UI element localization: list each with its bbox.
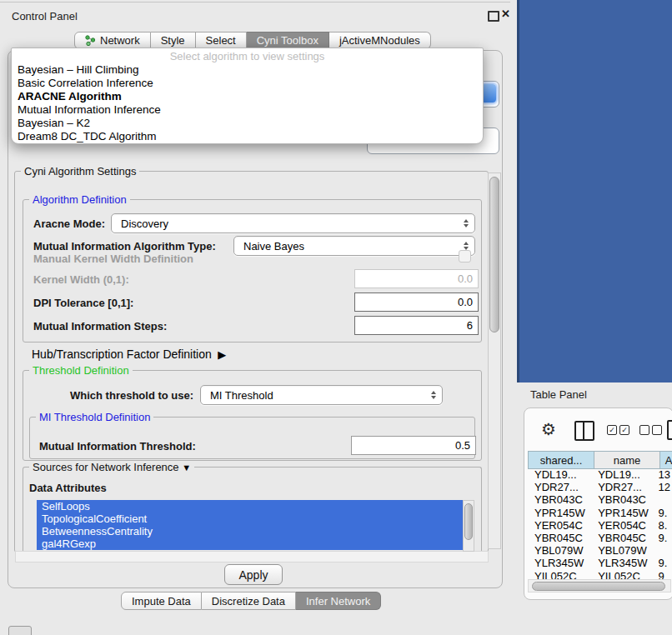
bottom-tab-bar: Impute DataDiscretize DataInfer Network — [121, 592, 381, 610]
table-cell: 12 — [654, 481, 671, 493]
tab-cyni-toolbox[interactable]: Cyni Toolbox — [247, 32, 329, 49]
aracne-mode-value: Discovery — [121, 218, 168, 230]
tab-jactivemnodules[interactable]: jActiveMNodules — [329, 32, 431, 49]
sources-group-title[interactable]: Sources for Network Inference ▼ — [29, 461, 194, 473]
screen: Control Panel ✕ NetworkStyleSelectCyni T… — [0, 0, 672, 635]
tab-style[interactable]: Style — [151, 32, 196, 49]
deselect-all-checks-icon[interactable] — [639, 425, 662, 435]
mi-threshold-group-title: MI Threshold Definition — [36, 411, 153, 423]
table-cell: YDR27... — [528, 481, 591, 493]
dropdown-item[interactable]: ARACNE Algorithm — [12, 89, 483, 102]
table-hscrollbar-thumb[interactable] — [532, 582, 665, 591]
panel-title: Control Panel — [12, 10, 78, 22]
data-attributes-list: SelfLoopsTopologicalCoefficientBetweenne… — [37, 500, 463, 550]
dropdown-item[interactable]: Mutual Information Inference — [12, 102, 483, 116]
table-row[interactable]: YDL19...YDL19...13 — [528, 468, 671, 481]
table-panel: ⚙ ✓✓ shared...nameA YDL19...YDL19...13YD… — [524, 408, 672, 600]
bottom-tab-infer-network[interactable]: Infer Network — [296, 592, 381, 610]
sources-title-text: Sources for Network Inference — [33, 461, 179, 473]
tab-label: Style — [161, 34, 185, 47]
column-header-shared...[interactable]: shared... — [528, 451, 594, 469]
table-cell — [654, 493, 671, 506]
list-scrollbar-track[interactable] — [463, 500, 474, 552]
kernel-width-label: Kernel Width (0,1): — [33, 273, 129, 286]
dpi-tolerance-field[interactable]: 0.0 — [354, 292, 479, 312]
close-icon[interactable]: ✕ — [501, 8, 510, 20]
table-hscrollbar-track[interactable] — [528, 579, 671, 592]
table-row[interactable]: YER054CYER054C8. — [528, 519, 671, 532]
bottom-tab-discretize-data[interactable]: Discretize Data — [202, 592, 296, 610]
bottom-tab-impute-data[interactable]: Impute Data — [121, 592, 202, 610]
mi-steps-field[interactable]: 6 — [354, 316, 479, 335]
network-desktop: GALGAL80GAL10GAL1GAL11GAL4SWI4GCY1HAP4YH… — [517, 0, 672, 382]
stepper-icon — [464, 242, 469, 250]
table-row[interactable]: YPR145WYPR145W9. — [528, 507, 671, 519]
table-cell: YBR043C — [528, 493, 591, 506]
which-threshold-combo[interactable]: MI Threshold — [200, 385, 443, 405]
gear-icon[interactable]: ⚙ — [541, 421, 556, 438]
settings-scrollbar-track[interactable] — [488, 172, 501, 549]
hub-definition-toggle[interactable]: Hub/Transcription Factor Definition ▶ — [32, 348, 226, 361]
chevron-right-icon: ▶ — [215, 348, 227, 361]
table-cell: YER054C — [528, 519, 591, 532]
hub-definition-label: Hub/Transcription Factor Definition — [32, 348, 212, 361]
table-header-row: shared...nameA — [528, 451, 672, 469]
table-cell: YLR345W — [528, 557, 591, 569]
table-cell: YDL19... — [591, 468, 654, 481]
settings-hscrollbar-track[interactable] — [15, 551, 489, 562]
new-table-icon[interactable] — [667, 420, 672, 440]
table-cell: YPR145W — [591, 507, 654, 519]
float-window-icon[interactable] — [488, 11, 499, 22]
list-scrollbar-thumb[interactable] — [464, 503, 473, 540]
algorithm-dropdown: Select algorithm to view settings Bayesi… — [11, 48, 484, 144]
attribute-list-item[interactable]: TopologicalCoefficient — [37, 512, 463, 525]
table-row[interactable]: YBR045CYBR045C9. — [528, 532, 671, 544]
chevron-down-icon: ▼ — [182, 462, 191, 472]
table-cell: YLR345W — [591, 557, 654, 569]
dropdown-placeholder: Select algorithm to view settings — [12, 50, 483, 62]
manual-kernel-label: Manual Kernel Width Definition — [33, 252, 193, 265]
which-threshold-label: Which threshold to use: — [70, 389, 193, 402]
mi-threshold-field[interactable]: 0.5 — [351, 436, 476, 455]
apply-button[interactable]: Apply — [224, 564, 283, 585]
manual-kernel-checkbox[interactable] — [459, 250, 471, 262]
which-threshold-value: MI Threshold — [210, 389, 273, 402]
column-header-A[interactable]: A — [660, 451, 672, 469]
data-attributes-label: Data Attributes — [29, 482, 107, 494]
table-row[interactable]: YBL079WYBL079W — [528, 544, 671, 557]
mi-type-combo[interactable]: Naive Bayes — [233, 236, 475, 256]
mi-steps-label: Mutual Information Steps: — [33, 320, 167, 332]
tab-network[interactable]: Network — [74, 32, 151, 49]
attribute-list-item[interactable]: gal4RGexp — [37, 538, 463, 550]
collapsed-panel-icon[interactable] — [8, 626, 32, 635]
cyni-settings-title: Cyni Algorithm Settings — [21, 165, 139, 178]
table-cell: YDR27... — [591, 481, 654, 493]
table-row[interactable]: YDR27...YDR27...12 — [528, 481, 671, 493]
threshold-definition-title: Threshold Definition — [29, 364, 133, 377]
column-header-name[interactable]: name — [594, 451, 660, 469]
select-all-checks-icon[interactable]: ✓✓ — [607, 425, 629, 435]
dropdown-item[interactable]: Basic Correlation Inference — [12, 76, 483, 89]
kernel-width-field[interactable]: 0.0 — [354, 269, 479, 288]
tab-label: Network — [100, 34, 140, 47]
table-cell: YBR043C — [591, 493, 654, 506]
settings-scrollbar-thumb[interactable] — [489, 177, 499, 332]
attribute-list-item[interactable]: BetweennessCentrality — [37, 525, 463, 538]
tab-bar: NetworkStyleSelectCyni ToolboxjActiveMNo… — [74, 32, 431, 49]
tab-select[interactable]: Select — [196, 32, 247, 49]
table-row[interactable]: YLR345WYLR345W9. — [528, 557, 671, 569]
aracne-mode-combo[interactable]: Discovery — [111, 213, 475, 233]
stepper-icon — [431, 391, 436, 399]
dropdown-item[interactable]: Dream8 DC_TDC Algorithm — [12, 129, 483, 142]
aracne-mode-label: Aracne Mode: — [33, 218, 105, 230]
dropdown-item[interactable]: Bayesian – K2 — [12, 116, 483, 129]
tab-label: jActiveMNodules — [339, 34, 420, 47]
dropdown-item[interactable]: Bayesian – Hill Climbing — [12, 62, 483, 76]
table-cell — [654, 544, 671, 557]
table-cell: YDL19... — [528, 468, 591, 481]
split-columns-icon[interactable] — [574, 421, 594, 441]
table-row[interactable]: YBR043CYBR043C — [528, 493, 671, 506]
table-cell: 9. — [654, 532, 671, 544]
mi-threshold-label: Mutual Information Threshold: — [39, 440, 196, 452]
attribute-list-item[interactable]: SelfLoops — [37, 500, 463, 512]
